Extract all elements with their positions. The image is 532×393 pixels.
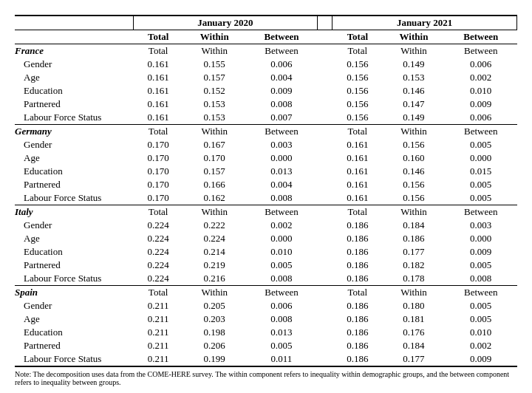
spacer (318, 299, 332, 312)
j21-between: 0.003 (445, 219, 517, 232)
j21-total: 0.186 (332, 219, 383, 232)
j21-within: 0.184 (383, 339, 445, 352)
table-row: Partnered 0.224 0.219 0.005 0.186 0.182 … (15, 259, 517, 272)
j20-total: 0.161 (133, 71, 183, 84)
j20-within: 0.157 (183, 71, 245, 84)
country-j20-between: Between (245, 125, 318, 139)
j21-within: 0.160 (383, 151, 445, 165)
table-note: Note: The decomposition uses data from t… (15, 370, 517, 386)
j20-total: 0.170 (133, 165, 183, 178)
j21-within: 0.146 (383, 165, 445, 178)
j21-between: 0.009 (445, 352, 517, 366)
country-j21-between: Between (445, 125, 517, 139)
spacer (318, 245, 332, 259)
row-label: Age (15, 71, 133, 84)
j21-between: 0.002 (445, 71, 517, 84)
j21-within: 0.149 (383, 58, 445, 71)
spacer (318, 312, 332, 326)
j21-between: 0.008 (445, 272, 517, 286)
country-j20-total: Total (133, 205, 183, 219)
j20-total-header: Total (133, 30, 183, 44)
row-label: Partnered (15, 339, 133, 352)
j21-between: 0.005 (445, 299, 517, 312)
j21-total: 0.186 (332, 352, 383, 366)
row-label: Education (15, 326, 133, 339)
spacer (318, 352, 332, 366)
j21-total: 0.161 (332, 165, 383, 178)
j20-total: 0.161 (133, 84, 183, 98)
table-row: Education 0.170 0.157 0.013 0.161 0.146 … (15, 165, 517, 178)
j21-total: 0.186 (332, 339, 383, 352)
j20-within: 0.216 (183, 272, 245, 286)
j21-within: 0.177 (383, 352, 445, 366)
j21-within: 0.146 (383, 84, 445, 98)
j20-total: 0.211 (133, 299, 183, 312)
spacer (318, 232, 332, 245)
j20-between: 0.008 (245, 312, 318, 326)
j21-between: 0.005 (445, 191, 517, 205)
country-j20-between: Between (245, 44, 318, 58)
spacer (318, 71, 332, 84)
spacer (318, 16, 332, 30)
table-row: Partnered 0.161 0.153 0.008 0.156 0.147 … (15, 98, 517, 111)
j21-within: 0.153 (383, 71, 445, 84)
j20-total: 0.161 (133, 111, 183, 125)
j20-within: 0.199 (183, 352, 245, 366)
row-label: Labour Force Status (15, 191, 133, 205)
j20-within: 0.170 (183, 151, 245, 165)
spacer (318, 84, 332, 98)
row-label: Labour Force Status (15, 111, 133, 125)
j20-between: 0.004 (245, 71, 318, 84)
j21-between: 0.005 (445, 178, 517, 191)
table-row: Age 0.224 0.224 0.000 0.186 0.186 0.000 (15, 232, 517, 245)
j20-between-header: Between (245, 30, 318, 44)
j21-total: 0.186 (332, 299, 383, 312)
j20-within: 0.222 (183, 219, 245, 232)
country-j21-within: Within (383, 205, 445, 219)
j20-total: 0.170 (133, 151, 183, 165)
j21-within: 0.184 (383, 219, 445, 232)
j21-total: 0.186 (332, 245, 383, 259)
table-row: Gender 0.170 0.167 0.003 0.161 0.156 0.0… (15, 138, 517, 151)
j20-total: 0.211 (133, 326, 183, 339)
j20-between: 0.013 (245, 165, 318, 178)
j20-total: 0.224 (133, 245, 183, 259)
group-header-row: January 2020 January 2021 (15, 16, 517, 30)
j21-within: 0.178 (383, 272, 445, 286)
j20-within: 0.153 (183, 111, 245, 125)
row-label: Gender (15, 138, 133, 151)
j20-total: 0.170 (133, 138, 183, 151)
table-row: Labour Force Status 0.170 0.162 0.008 0.… (15, 191, 517, 205)
jan2021-header: January 2021 (332, 16, 517, 30)
j21-within: 0.176 (383, 326, 445, 339)
j20-between: 0.006 (245, 58, 318, 71)
sub-header-row: Total Within Between Total Within Betwee… (15, 30, 517, 44)
table-row: Gender 0.224 0.222 0.002 0.186 0.184 0.0… (15, 219, 517, 232)
j21-total: 0.156 (332, 84, 383, 98)
country-row: Italy Total Within Between Total Within … (15, 205, 517, 219)
row-label: Gender (15, 299, 133, 312)
j20-within: 0.219 (183, 259, 245, 272)
table-row: Labour Force Status 0.224 0.216 0.008 0.… (15, 272, 517, 286)
row-label: Age (15, 312, 133, 326)
row-label: Gender (15, 219, 133, 232)
country-j21-total: Total (332, 205, 383, 219)
j20-total: 0.224 (133, 272, 183, 286)
j20-between: 0.006 (245, 299, 318, 312)
country-j20-within: Within (183, 286, 245, 300)
j20-between: 0.005 (245, 259, 318, 272)
j20-total: 0.224 (133, 259, 183, 272)
spacer (318, 286, 332, 300)
j21-total: 0.186 (332, 232, 383, 245)
row-label: Education (15, 245, 133, 259)
j20-within: 0.203 (183, 312, 245, 326)
country-j21-within: Within (383, 286, 445, 300)
j20-total: 0.211 (133, 339, 183, 352)
row-label: Labour Force Status (15, 352, 133, 366)
country-row: Germany Total Within Between Total Withi… (15, 125, 517, 139)
j20-within: 0.157 (183, 165, 245, 178)
j21-total: 0.156 (332, 111, 383, 125)
j21-within: 0.156 (383, 191, 445, 205)
j21-total: 0.186 (332, 326, 383, 339)
j20-between: 0.013 (245, 326, 318, 339)
